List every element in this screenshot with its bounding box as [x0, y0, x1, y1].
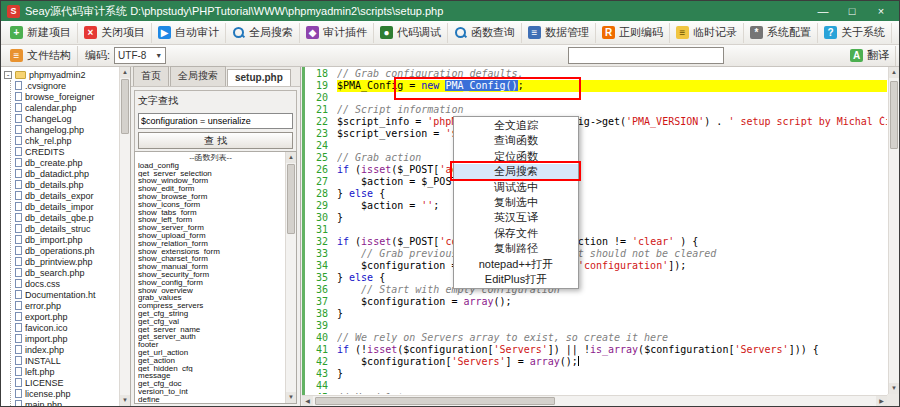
- toolbar-button[interactable]: ▶ 自动审计: [152, 23, 226, 43]
- tree-item[interactable]: db_details.php: [15, 179, 118, 190]
- tree-item[interactable]: calendar.php: [15, 102, 118, 113]
- toolbar-button[interactable]: * 系统配置: [744, 23, 818, 43]
- code-line[interactable]: 25// Grab action: [306, 152, 887, 164]
- scrollbar-thumb[interactable]: [890, 81, 898, 149]
- function-list-item[interactable]: show_relation_form: [138, 240, 283, 248]
- maximize-button[interactable]: □: [840, 1, 864, 21]
- function-list-scrollbar[interactable]: ▲ ▼: [285, 152, 296, 403]
- code-line[interactable]: 37 $configuration = array();: [306, 296, 887, 308]
- context-menu-item[interactable]: 英汉互译: [454, 210, 578, 225]
- editor-horizontal-scrollbar[interactable]: ◀ ▶: [302, 395, 887, 406]
- scroll-up-icon[interactable]: ▲: [889, 67, 899, 78]
- function-list-item[interactable]: get_hidden_cfg: [138, 365, 283, 373]
- function-list-item[interactable]: get_cfg_string: [138, 310, 283, 318]
- code-line[interactable]: 27 $action = $_POST['action'];: [306, 176, 887, 188]
- code-line[interactable]: 36 // Start with empty configuration: [306, 284, 887, 296]
- code-line[interactable]: 23$script_version = '$Id$';: [306, 128, 887, 140]
- code-line[interactable]: 18// Grab configuration defaults.: [306, 68, 887, 80]
- code-line[interactable]: 40// We rely on Servers array to exist, …: [306, 332, 887, 344]
- scrollbar-thumb[interactable]: [121, 79, 129, 134]
- function-list-item[interactable]: load_config: [138, 162, 283, 170]
- function-list-item[interactable]: message: [138, 372, 283, 380]
- tree-item[interactable]: error.php: [15, 300, 118, 311]
- code-line[interactable]: 29 $action = '';: [306, 200, 887, 212]
- encoding-select[interactable]: UTF-8 ▼: [114, 47, 166, 64]
- function-list-item[interactable]: show_left_form: [138, 216, 283, 224]
- tree-item[interactable]: db_details_expor: [15, 190, 118, 201]
- function-list-item[interactable]: get_server_auth: [138, 333, 283, 341]
- toolbar-button[interactable]: + 新建项目: [4, 23, 78, 43]
- function-list-item[interactable]: compress_servers: [138, 302, 283, 310]
- translate-input[interactable]: [568, 47, 724, 64]
- scroll-right-icon[interactable]: ▶: [876, 396, 887, 406]
- toolbar-button[interactable]: ◆ 审计插件: [300, 23, 374, 43]
- function-list-item[interactable]: show_edit_form: [138, 185, 283, 193]
- code-line[interactable]: 30}: [306, 212, 887, 224]
- code-editor[interactable]: 18// Grab configuration defaults.19$PMA_…: [302, 67, 899, 406]
- tree-item[interactable]: db_details_qbe.p: [15, 212, 118, 223]
- tree-item[interactable]: CREDITS: [15, 146, 118, 157]
- tree-item[interactable]: LICENSE: [15, 377, 118, 388]
- code-line[interactable]: 32if (isset($_POST['configuration']) && …: [306, 236, 887, 248]
- function-list-item[interactable]: show_server_form: [138, 224, 283, 232]
- tree-item[interactable]: favicon.ico: [15, 322, 118, 333]
- tree-item[interactable]: browse_foreigner: [15, 91, 118, 102]
- code-line[interactable]: 41if (!isset($configuration['Servers']) …: [306, 344, 887, 356]
- function-list-item[interactable]: show_charset_form: [138, 255, 283, 263]
- editor-vertical-scrollbar[interactable]: ▲ ▼: [888, 67, 899, 394]
- context-menu-item[interactable]: 调试选中: [454, 180, 578, 195]
- scroll-up-icon[interactable]: ▲: [120, 67, 130, 78]
- tree-item[interactable]: db_search.php: [15, 267, 118, 278]
- context-menu-item[interactable]: 复制选中: [454, 195, 578, 210]
- code-line[interactable]: 43}: [306, 368, 887, 380]
- function-list-item[interactable]: show_upload_form: [138, 232, 283, 240]
- scroll-up-icon[interactable]: ▲: [286, 152, 296, 163]
- function-list-item[interactable]: show_extensions_form: [138, 248, 283, 256]
- collapse-expander-icon[interactable]: -: [4, 71, 12, 79]
- editor-tab[interactable]: 全局搜索: [170, 66, 226, 86]
- code-line[interactable]: 21// Script information: [306, 104, 887, 116]
- code-line[interactable]: 45// Used later: [306, 392, 887, 394]
- tree-item[interactable]: chk_rel.php: [15, 135, 118, 146]
- code-line[interactable]: 24: [306, 140, 887, 152]
- function-list-item[interactable]: get_server_name: [138, 326, 283, 334]
- code-line[interactable]: 42 $configuration['Servers'] = array();: [306, 356, 887, 368]
- function-list-item[interactable]: footer: [138, 341, 283, 349]
- toolbar-button[interactable]: ● 代码调试: [374, 23, 448, 43]
- tree-item[interactable]: db_import.php: [15, 234, 118, 245]
- tree-item[interactable]: license.php: [15, 388, 118, 399]
- minimize-button[interactable]: —: [811, 1, 835, 21]
- context-menu-item[interactable]: 定位函数: [454, 149, 578, 164]
- scroll-left-icon[interactable]: ◀: [302, 396, 313, 406]
- translate-button[interactable]: A 翻译: [844, 46, 896, 66]
- toolbar-button[interactable]: ≡ 临时记录: [670, 23, 744, 43]
- function-list-item[interactable]: get_cfg_doc: [138, 380, 283, 388]
- function-list-item[interactable]: grab_values: [138, 294, 283, 302]
- toolbar-button[interactable]: 函数查询: [448, 23, 522, 43]
- tree-item[interactable]: Documentation.ht: [15, 289, 118, 300]
- context-menu-item[interactable]: 查询函数: [454, 133, 578, 148]
- function-list-item[interactable]: get_cfg_val: [138, 318, 283, 326]
- tree-item[interactable]: db_operations.ph: [15, 245, 118, 256]
- tree-item[interactable]: import.php: [15, 333, 118, 344]
- function-list-item[interactable]: get_url_action: [138, 349, 283, 357]
- tree-item[interactable]: left.php: [15, 366, 118, 377]
- function-list-item[interactable]: version_to_int: [138, 388, 283, 396]
- code-line[interactable]: 22$script_info = 'phpMyAdmin ' . $PMA_Co…: [306, 116, 887, 128]
- tree-item[interactable]: db_printview.php: [15, 256, 118, 267]
- scroll-down-icon[interactable]: ▼: [120, 395, 130, 406]
- toolbar-button[interactable]: ≡ 数据管理: [522, 23, 596, 43]
- context-menu-item[interactable]: 全局搜索: [454, 164, 578, 179]
- scrollbar-thumb[interactable]: [287, 164, 295, 234]
- scroll-down-icon[interactable]: ▼: [286, 392, 296, 403]
- code-line[interactable]: 44: [306, 380, 887, 392]
- context-menu-item[interactable]: EditPlus打开: [454, 272, 578, 287]
- tree-item[interactable]: ChangeLog: [15, 113, 118, 124]
- code-line[interactable]: 26if (isset($_POST['action'])) {: [306, 164, 887, 176]
- code-line[interactable]: 33 // Grab previous configuration, if it…: [306, 248, 887, 260]
- tree-root-node[interactable]: - phpmyadmin2: [4, 69, 118, 80]
- toolbar-button[interactable]: ? 关于系统: [818, 23, 892, 43]
- function-list-item[interactable]: get_action: [138, 357, 283, 365]
- function-list-item[interactable]: get_server_selection: [138, 170, 283, 178]
- function-list-item[interactable]: show_manual_form: [138, 263, 283, 271]
